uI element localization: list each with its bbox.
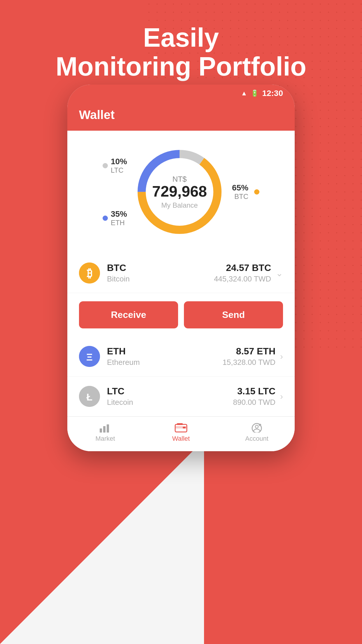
- eth-symbol: ETH: [111, 219, 127, 227]
- bottom-nav: Market Wallet ··· Account: [67, 416, 295, 451]
- eth-row[interactable]: Ξ ETH Ethereum 8.57 ETH 15,328.00 TWD ›: [67, 337, 295, 377]
- btc-amounts: 24.57 BTC 445,324.00 TWD: [214, 262, 271, 284]
- btc-icon: ₿: [79, 262, 100, 284]
- btc-chevron-icon: ⌄: [276, 268, 283, 278]
- svg-rect-15: [183, 427, 186, 428]
- svg-text:Ł: Ł: [87, 391, 93, 402]
- ltc-percent: 10%: [111, 157, 127, 166]
- nav-wallet[interactable]: Wallet: [143, 423, 219, 442]
- market-label: Market: [95, 435, 115, 442]
- donut-center: NT$ 729,968 My Balance: [152, 175, 207, 209]
- action-buttons-container: Receive Send: [67, 293, 295, 337]
- ltc-symbol: LTC: [111, 166, 127, 174]
- send-button[interactable]: Send: [184, 301, 283, 328]
- donut-chart: NT$ 729,968 My Balance: [133, 145, 226, 239]
- eth-label: 35% ETH: [103, 209, 127, 227]
- status-time: 12:30: [262, 89, 283, 98]
- ltc-dot: [103, 163, 108, 168]
- eth-name: ETH: [107, 346, 222, 357]
- donut-amount: 729,968: [152, 184, 207, 199]
- account-label: Account: [245, 435, 268, 442]
- svg-text:Ξ: Ξ: [86, 351, 93, 363]
- nav-market[interactable]: Market: [67, 423, 143, 442]
- ltc-text: 10% LTC: [111, 157, 127, 174]
- donut-currency: NT$: [152, 175, 207, 184]
- chart-container: 10% LTC 35% ETH: [76, 142, 286, 242]
- chart-labels-right: 65% BTC: [232, 183, 259, 201]
- account-icon: ···: [251, 423, 262, 433]
- btc-crypto-amount: 24.57 BTC: [214, 262, 271, 273]
- ltc-info: LTC Litecoin: [107, 386, 233, 407]
- eth-text: 35% ETH: [111, 209, 127, 227]
- background-triangle: [0, 440, 204, 644]
- phone-shell: ▲ 🔋 12:30 Wallet 10% LTC 35%: [67, 85, 295, 451]
- market-icon: [99, 423, 111, 433]
- eth-percent: 35%: [111, 209, 127, 219]
- ltc-icon: Ł: [79, 386, 100, 407]
- eth-dot: [103, 216, 108, 221]
- eth-info: ETH Ethereum: [107, 346, 222, 367]
- svg-text:···: ···: [259, 424, 261, 426]
- svg-rect-11: [103, 426, 106, 433]
- svg-rect-16: [177, 423, 183, 425]
- btc-text: 65% BTC: [232, 183, 248, 201]
- ltc-label: 10% LTC: [103, 157, 127, 174]
- ltc-fiat-amount: 890.00 TWD: [233, 398, 275, 407]
- btc-fullname: Bitcoin: [107, 274, 214, 284]
- donut-balance-label: My Balance: [152, 201, 207, 209]
- btc-fiat-amount: 445,324.00 TWD: [214, 274, 271, 284]
- status-bar: ▲ 🔋 12:30: [67, 85, 295, 102]
- ltc-crypto-amount: 3.15 LTC: [233, 386, 275, 397]
- hero-line1: Easily: [143, 23, 219, 52]
- eth-amounts: 8.57 ETH 15,328.00 TWD: [222, 346, 275, 367]
- ltc-row[interactable]: Ł LTC Litecoin 3.15 LTC 890.00 TWD ›: [67, 377, 295, 416]
- app-title: Wallet: [79, 108, 283, 122]
- signal-icon: ▲: [241, 90, 247, 97]
- ltc-chevron-icon: ›: [280, 391, 283, 401]
- hero-text: Easily Monitoring Portfolio: [0, 0, 362, 81]
- battery-icon: 🔋: [251, 90, 259, 97]
- wallet-nav-icon: [175, 423, 187, 433]
- hero-line2: Monitoring Portfolio: [56, 52, 306, 81]
- eth-fiat-amount: 15,328.00 TWD: [222, 358, 275, 367]
- receive-button[interactable]: Receive: [79, 301, 178, 328]
- app-header: Wallet: [67, 102, 295, 131]
- chart-labels-left: 10% LTC 35% ETH: [103, 157, 127, 227]
- svg-rect-12: [107, 424, 109, 433]
- svg-text:₿: ₿: [87, 267, 92, 279]
- btc-percent: 65%: [232, 183, 248, 192]
- btc-row[interactable]: ₿ BTC Bitcoin 24.57 BTC 445,324.00 TWD ⌄: [67, 253, 295, 293]
- eth-chevron-icon: ›: [280, 351, 283, 361]
- svg-point-18: [255, 425, 258, 428]
- ltc-name: LTC: [107, 386, 233, 397]
- wallet-card: 10% LTC 35% ETH: [67, 131, 295, 253]
- btc-dot: [254, 189, 259, 195]
- btc-symbol: BTC: [232, 192, 248, 201]
- btc-info: BTC Bitcoin: [107, 262, 214, 284]
- nav-account[interactable]: ··· Account: [219, 423, 295, 442]
- wallet-nav-label: Wallet: [172, 435, 190, 442]
- eth-fullname: Ethereum: [107, 358, 222, 367]
- btc-label: 65% BTC: [232, 183, 259, 201]
- ltc-fullname: Litecoin: [107, 398, 233, 407]
- ltc-amounts: 3.15 LTC 890.00 TWD: [233, 386, 275, 407]
- eth-icon: Ξ: [79, 346, 100, 367]
- svg-rect-10: [100, 428, 102, 433]
- btc-name: BTC: [107, 262, 214, 273]
- eth-crypto-amount: 8.57 ETH: [222, 346, 275, 357]
